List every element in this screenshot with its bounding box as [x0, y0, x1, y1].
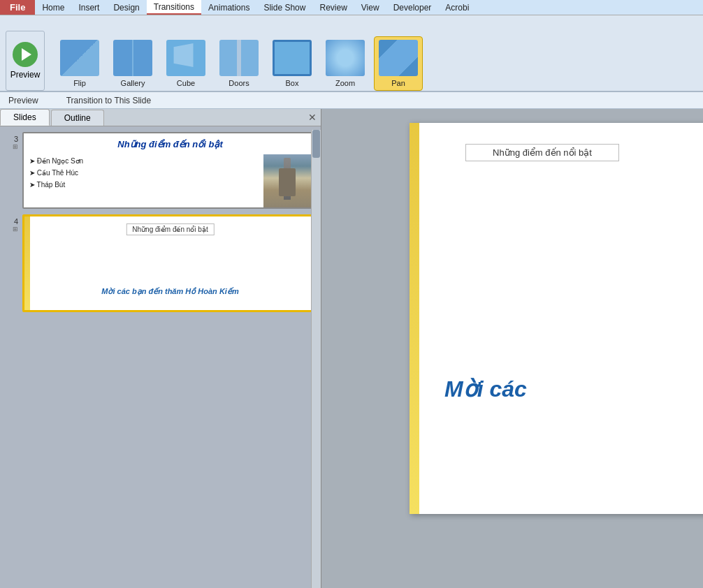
main-slide-sidebar-bar: [410, 123, 419, 514]
menu-design[interactable]: Design: [106, 0, 146, 15]
transition-cube[interactable]: Cube: [161, 36, 210, 91]
transition-flip[interactable]: Flip: [55, 36, 104, 91]
cube-label: Cube: [177, 79, 195, 87]
main-slide-area: Những điểm đến nổi bật Mời các: [321, 109, 703, 588]
slides-tabs: Slides Outline ✕: [0, 109, 321, 126]
subbar-transition-label: Transition to This Slide: [66, 96, 151, 105]
pan-label: Pan: [391, 79, 405, 87]
tab-slides[interactable]: Slides: [0, 109, 50, 126]
main-slide-title-label: Những điểm đến nổi bật: [465, 144, 619, 161]
menu-developer[interactable]: Developer: [386, 0, 439, 15]
zoom-label: Zoom: [335, 79, 355, 87]
gallery-label: Gallery: [121, 79, 145, 87]
transition-zoom[interactable]: Zoom: [321, 36, 370, 91]
main-slide-content: Những điểm đến nổi bật Mời các: [410, 123, 703, 514]
slide4-title-label: Những điểm đến nổi bật: [126, 223, 214, 235]
slide3-title: Những điểm đến nổi bật: [29, 139, 311, 149]
slide4-main-text: Mời các bạn đến thăm Hồ Hoàn Kiếm: [24, 287, 316, 296]
preview-icon: [13, 42, 38, 67]
cube-icon: [166, 40, 205, 76]
preview-label: Preview: [10, 70, 41, 80]
transition-pan[interactable]: Pan: [374, 36, 423, 91]
slide-thumb-3[interactable]: Những điểm đến nổi bật ➤ Đền Ngọc Sơn ➤ …: [22, 132, 318, 209]
main-slide-big-text: Mời các: [444, 376, 703, 402]
slides-panel: Slides Outline ✕ 3 ⊞ Những điểm đến nổi …: [0, 109, 321, 588]
doors-label: Doors: [229, 79, 249, 87]
main-area: Slides Outline ✕ 3 ⊞ Những điểm đến nổi …: [0, 109, 703, 588]
subbar-preview-label: Preview: [8, 96, 38, 105]
preview-button[interactable]: Preview: [6, 31, 45, 91]
flip-label: Flip: [73, 79, 86, 87]
slide-number-3: 3 ⊞: [3, 132, 22, 150]
doors-icon: [219, 40, 259, 76]
slides-scrollbar[interactable]: [311, 130, 321, 588]
panel-close-icon[interactable]: ✕: [308, 112, 317, 123]
ribbon-subbar: Preview Transition to This Slide: [0, 92, 703, 109]
slide-number-4: 4 ⊞: [3, 214, 22, 233]
gallery-icon: [113, 40, 152, 76]
menu-bar: File Home Insert Design Transitions Anim…: [0, 0, 703, 15]
flip-icon: [60, 40, 99, 76]
slide-item-3[interactable]: 3 ⊞ Những điểm đến nổi bật ➤ Đền Ngọc Sơ…: [3, 132, 318, 209]
menu-view[interactable]: View: [354, 0, 386, 15]
menu-acrobat[interactable]: Acrobi: [438, 0, 476, 15]
menu-insert[interactable]: Insert: [71, 0, 106, 15]
slide3-tower-image: [263, 154, 311, 209]
menu-review[interactable]: Review: [312, 0, 354, 15]
box-icon: [273, 40, 312, 76]
transitions-group: Flip Gallery Cube Doors Box Zoom Pan: [53, 36, 425, 91]
menu-animations[interactable]: Animations: [201, 0, 256, 15]
slide-item-4[interactable]: 4 ⊞ Những điểm đến nổi bật Mời các bạn đ…: [3, 214, 318, 312]
menu-file[interactable]: File: [0, 0, 35, 15]
box-label: Box: [286, 79, 299, 87]
zoom-icon: [326, 40, 365, 76]
menu-slideshow[interactable]: Slide Show: [256, 0, 312, 15]
menu-transitions[interactable]: Transitions: [147, 0, 201, 15]
menu-home[interactable]: Home: [35, 0, 71, 15]
transition-gallery[interactable]: Gallery: [108, 36, 157, 91]
tower-illustration: [263, 154, 311, 209]
ribbon: Preview Flip Gallery Cube Doors Box Zoom: [0, 15, 703, 92]
transition-box[interactable]: Box: [268, 36, 317, 91]
tab-outline[interactable]: Outline: [51, 110, 104, 126]
slides-list: 3 ⊞ Những điểm đến nổi bật ➤ Đền Ngọc Sơ…: [0, 126, 321, 588]
pan-icon: [379, 40, 418, 76]
transition-doors[interactable]: Doors: [215, 36, 263, 91]
scrollbar-thumb[interactable]: [312, 130, 320, 158]
slide-thumb-4[interactable]: Những điểm đến nổi bật Mời các bạn đến t…: [22, 214, 318, 312]
